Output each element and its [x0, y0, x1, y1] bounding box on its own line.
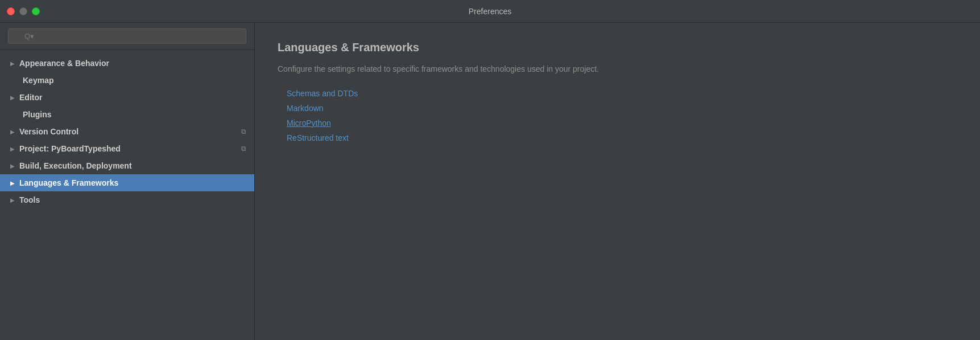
links-list: Schemas and DTDs Markdown MicroPython Re…	[278, 89, 957, 142]
chevron-icon: ▶	[10, 129, 15, 135]
sidebar-item-label: Plugins	[23, 110, 246, 119]
sidebar-item-label: Build, Execution, Deployment	[19, 161, 246, 170]
sidebar-item-keymap[interactable]: Keymap	[0, 72, 254, 89]
page-description: Configure the settings related to specif…	[278, 63, 957, 75]
chevron-icon: ▶	[10, 180, 15, 186]
sidebar-item-tools[interactable]: ▶ Tools	[0, 191, 254, 208]
sidebar-item-editor[interactable]: ▶ Editor	[0, 89, 254, 106]
nav-list: ▶ Appearance & Behavior Keymap ▶ Editor …	[0, 50, 254, 340]
chevron-icon: ▶	[10, 146, 15, 152]
close-button[interactable]	[7, 7, 15, 15]
link-markdown[interactable]: Markdown	[287, 104, 957, 113]
chevron-icon: ▶	[10, 163, 15, 169]
sidebar-item-label: Version Control	[19, 127, 241, 136]
sidebar-item-project[interactable]: ▶ Project: PyBoardTypeshed ⧉	[0, 140, 254, 157]
maximize-button[interactable]	[32, 7, 40, 15]
sidebar-item-languages-frameworks[interactable]: ▶ Languages & Frameworks	[0, 174, 254, 191]
sidebar-item-appearance-behavior[interactable]: ▶ Appearance & Behavior	[0, 55, 254, 72]
sidebar-item-label: Editor	[19, 93, 246, 102]
link-restructured-text[interactable]: ReStructured text	[287, 133, 957, 142]
minimize-button[interactable]	[19, 7, 27, 15]
window-title: Preferences	[469, 7, 511, 16]
sidebar: 🔍 ▶ Appearance & Behavior Keymap ▶ Edito…	[0, 23, 255, 340]
content-area: 🔍 ▶ Appearance & Behavior Keymap ▶ Edito…	[0, 23, 980, 340]
search-container: 🔍	[0, 23, 254, 50]
link-schemas-dtds[interactable]: Schemas and DTDs	[287, 89, 957, 98]
search-wrapper: 🔍	[8, 28, 246, 44]
main-content: Languages & Frameworks Configure the set…	[255, 23, 980, 340]
traffic-lights	[7, 7, 40, 15]
preferences-window: Preferences 🔍 ▶ Appearance & Behavior Ke…	[0, 0, 980, 340]
sidebar-item-label: Languages & Frameworks	[19, 178, 246, 187]
chevron-icon: ▶	[10, 60, 15, 67]
sidebar-item-label: Project: PyBoardTypeshed	[19, 144, 241, 153]
copy-icon: ⧉	[241, 145, 246, 153]
search-input[interactable]	[8, 28, 246, 44]
page-title: Languages & Frameworks	[278, 41, 957, 54]
chevron-icon: ▶	[10, 197, 15, 203]
title-bar: Preferences	[0, 0, 980, 23]
sidebar-item-label: Keymap	[23, 76, 246, 85]
chevron-icon: ▶	[10, 95, 15, 101]
sidebar-item-plugins[interactable]: Plugins	[0, 106, 254, 123]
sidebar-item-label: Tools	[19, 195, 246, 204]
copy-icon: ⧉	[241, 128, 246, 136]
sidebar-item-version-control[interactable]: ▶ Version Control ⧉	[0, 123, 254, 140]
link-micropython[interactable]: MicroPython	[287, 118, 957, 128]
sidebar-item-build-execution[interactable]: ▶ Build, Execution, Deployment	[0, 157, 254, 174]
sidebar-item-label: Appearance & Behavior	[19, 59, 246, 68]
